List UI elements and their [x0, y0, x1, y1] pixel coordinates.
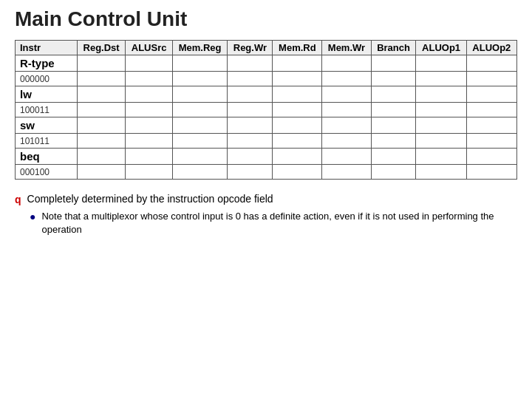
cell-name-r0-c6 — [371, 55, 416, 72]
cell-name-r3-c1 — [126, 149, 173, 165]
control-unit-table: InstrReg.DstALUSrcMem.RegReg.WrMem.RdMem… — [15, 40, 517, 180]
cell-code-r3-c8 — [466, 165, 516, 180]
notes-section: q Completely determined by the instructi… — [15, 193, 517, 236]
cell-code-r0-c1 — [126, 72, 173, 86]
cell-name-r1-c8 — [466, 86, 516, 103]
cell-name-r2-c0 — [78, 117, 126, 134]
bullet-text: Note that a multiplexor whose control in… — [41, 210, 517, 236]
cell-name-r2-c2 — [172, 117, 227, 134]
col-header-memrd: Mem.Rd — [273, 41, 322, 55]
cell-code-r2-c3 — [228, 134, 273, 149]
col-header-memwr: Mem.Wr — [322, 41, 372, 55]
cell-code-r3-c5 — [322, 165, 372, 180]
cell-name-r2-c8 — [466, 117, 516, 134]
q-text: Completely determined by the instruction… — [27, 193, 273, 205]
cell-name-r1-c2 — [172, 86, 227, 103]
cell-code-r3-c6 — [371, 165, 416, 180]
instr-code-1: 100011 — [16, 103, 78, 117]
cell-code-r0-c6 — [371, 72, 416, 86]
col-header-regdst: Reg.Dst — [78, 41, 126, 55]
cell-name-r1-c7 — [416, 86, 466, 103]
cell-code-r3-c0 — [78, 165, 126, 180]
col-header-instr: Instr — [16, 41, 78, 55]
cell-name-r3-c6 — [371, 149, 416, 165]
cell-code-r1-c3 — [228, 103, 273, 117]
col-header-aluop1: ALUOp1 — [416, 41, 466, 55]
bullet-icon: ● — [30, 211, 35, 222]
cell-code-r3-c2 — [172, 165, 227, 180]
instr-name-2: sw — [16, 117, 78, 134]
cell-name-r0-c1 — [126, 55, 173, 72]
cell-code-r3-c1 — [126, 165, 173, 180]
cell-code-r1-c0 — [78, 103, 126, 117]
cell-name-r1-c1 — [126, 86, 173, 103]
cell-name-r0-c4 — [273, 55, 322, 72]
cell-code-r1-c7 — [416, 103, 466, 117]
cell-name-r0-c7 — [416, 55, 466, 72]
instr-code-3: 000100 — [16, 165, 78, 180]
instr-name-3: beq — [16, 149, 78, 165]
cell-code-r3-c3 — [228, 165, 273, 180]
cell-code-r1-c5 — [322, 103, 372, 117]
cell-code-r2-c5 — [322, 134, 372, 149]
cell-name-r2-c1 — [126, 117, 173, 134]
cell-name-r3-c5 — [322, 149, 372, 165]
instr-code-0: 000000 — [16, 72, 78, 86]
cell-name-r2-c4 — [273, 117, 322, 134]
cell-code-r1-c2 — [172, 103, 227, 117]
cell-code-r0-c5 — [322, 72, 372, 86]
cell-name-r3-c2 — [172, 149, 227, 165]
cell-code-r0-c0 — [78, 72, 126, 86]
cell-code-r2-c7 — [416, 134, 466, 149]
cell-name-r3-c3 — [228, 149, 273, 165]
instr-name-0: R-type — [16, 55, 78, 72]
cell-name-r0-c3 — [228, 55, 273, 72]
cell-code-r1-c4 — [273, 103, 322, 117]
cell-name-r3-c0 — [78, 149, 126, 165]
cell-name-r0-c8 — [466, 55, 516, 72]
col-header-aluop2: ALUOp2 — [466, 41, 516, 55]
col-header-branch: Branch — [371, 41, 416, 55]
instr-code-2: 101011 — [16, 134, 78, 149]
cell-code-r0-c2 — [172, 72, 227, 86]
col-header-alusrc: ALUSrc — [126, 41, 173, 55]
cell-name-r3-c8 — [466, 149, 516, 165]
cell-name-r2-c3 — [228, 117, 273, 134]
cell-name-r3-c7 — [416, 149, 466, 165]
cell-name-r1-c4 — [273, 86, 322, 103]
cell-code-r2-c1 — [126, 134, 173, 149]
cell-name-r0-c2 — [172, 55, 227, 72]
cell-code-r0-c8 — [466, 72, 516, 86]
cell-name-r3-c4 — [273, 149, 322, 165]
cell-code-r2-c4 — [273, 134, 322, 149]
col-header-regwr: Reg.Wr — [228, 41, 273, 55]
cell-code-r2-c6 — [371, 134, 416, 149]
cell-name-r2-c7 — [416, 117, 466, 134]
cell-name-r0-c0 — [78, 55, 126, 72]
cell-code-r2-c2 — [172, 134, 227, 149]
cell-name-r2-c6 — [371, 117, 416, 134]
cell-name-r1-c5 — [322, 86, 372, 103]
cell-code-r0-c3 — [228, 72, 273, 86]
q-icon: q — [15, 194, 21, 205]
cell-code-r1-c1 — [126, 103, 173, 117]
cell-name-r0-c5 — [322, 55, 372, 72]
cell-code-r1-c8 — [466, 103, 516, 117]
page-title: Main Control Unit — [15, 7, 517, 31]
cell-name-r1-c3 — [228, 86, 273, 103]
cell-code-r3-c4 — [273, 165, 322, 180]
cell-name-r1-c6 — [371, 86, 416, 103]
cell-code-r0-c7 — [416, 72, 466, 86]
cell-code-r2-c0 — [78, 134, 126, 149]
cell-code-r0-c4 — [273, 72, 322, 86]
col-header-memreg: Mem.Reg — [172, 41, 227, 55]
cell-code-r1-c6 — [371, 103, 416, 117]
cell-code-r3-c7 — [416, 165, 466, 180]
cell-name-r2-c5 — [322, 117, 372, 134]
instr-name-1: lw — [16, 86, 78, 103]
cell-code-r2-c8 — [466, 134, 516, 149]
cell-name-r1-c0 — [78, 86, 126, 103]
